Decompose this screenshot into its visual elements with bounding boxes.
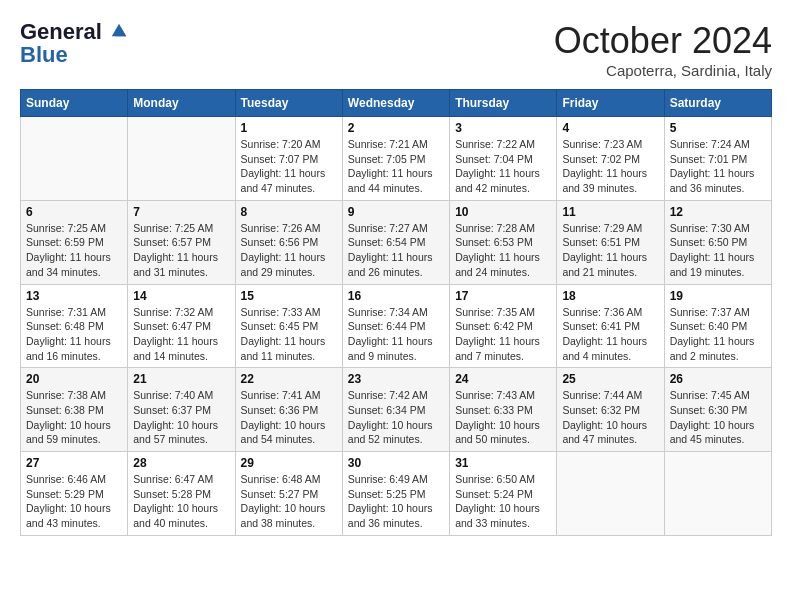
day-number: 15 <box>241 289 337 303</box>
calendar-week-4: 20Sunrise: 7:38 AM Sunset: 6:38 PM Dayli… <box>21 368 772 452</box>
day-number: 28 <box>133 456 229 470</box>
calendar-cell: 30Sunrise: 6:49 AM Sunset: 5:25 PM Dayli… <box>342 452 449 536</box>
day-info: Sunrise: 7:30 AM Sunset: 6:50 PM Dayligh… <box>670 221 766 280</box>
day-info: Sunrise: 7:33 AM Sunset: 6:45 PM Dayligh… <box>241 305 337 364</box>
day-info: Sunrise: 7:34 AM Sunset: 6:44 PM Dayligh… <box>348 305 444 364</box>
day-number: 31 <box>455 456 551 470</box>
calendar-cell: 12Sunrise: 7:30 AM Sunset: 6:50 PM Dayli… <box>664 200 771 284</box>
calendar-cell: 13Sunrise: 7:31 AM Sunset: 6:48 PM Dayli… <box>21 284 128 368</box>
day-info: Sunrise: 7:31 AM Sunset: 6:48 PM Dayligh… <box>26 305 122 364</box>
weekday-header-thursday: Thursday <box>450 90 557 117</box>
calendar-cell: 3Sunrise: 7:22 AM Sunset: 7:04 PM Daylig… <box>450 117 557 201</box>
calendar-cell: 21Sunrise: 7:40 AM Sunset: 6:37 PM Dayli… <box>128 368 235 452</box>
day-info: Sunrise: 7:20 AM Sunset: 7:07 PM Dayligh… <box>241 137 337 196</box>
day-number: 26 <box>670 372 766 386</box>
calendar-cell: 4Sunrise: 7:23 AM Sunset: 7:02 PM Daylig… <box>557 117 664 201</box>
weekday-header-tuesday: Tuesday <box>235 90 342 117</box>
logo-icon <box>110 21 128 39</box>
calendar-cell: 18Sunrise: 7:36 AM Sunset: 6:41 PM Dayli… <box>557 284 664 368</box>
day-info: Sunrise: 7:44 AM Sunset: 6:32 PM Dayligh… <box>562 388 658 447</box>
calendar-cell: 27Sunrise: 6:46 AM Sunset: 5:29 PM Dayli… <box>21 452 128 536</box>
calendar-cell: 7Sunrise: 7:25 AM Sunset: 6:57 PM Daylig… <box>128 200 235 284</box>
calendar-cell: 22Sunrise: 7:41 AM Sunset: 6:36 PM Dayli… <box>235 368 342 452</box>
calendar-cell: 8Sunrise: 7:26 AM Sunset: 6:56 PM Daylig… <box>235 200 342 284</box>
day-number: 13 <box>26 289 122 303</box>
day-info: Sunrise: 6:46 AM Sunset: 5:29 PM Dayligh… <box>26 472 122 531</box>
day-info: Sunrise: 7:29 AM Sunset: 6:51 PM Dayligh… <box>562 221 658 280</box>
day-info: Sunrise: 7:36 AM Sunset: 6:41 PM Dayligh… <box>562 305 658 364</box>
day-info: Sunrise: 7:43 AM Sunset: 6:33 PM Dayligh… <box>455 388 551 447</box>
page-header: General Blue October 2024 Capoterra, Sar… <box>20 20 772 79</box>
day-number: 7 <box>133 205 229 219</box>
day-info: Sunrise: 7:27 AM Sunset: 6:54 PM Dayligh… <box>348 221 444 280</box>
weekday-header-monday: Monday <box>128 90 235 117</box>
calendar-cell: 15Sunrise: 7:33 AM Sunset: 6:45 PM Dayli… <box>235 284 342 368</box>
day-number: 22 <box>241 372 337 386</box>
day-info: Sunrise: 7:35 AM Sunset: 6:42 PM Dayligh… <box>455 305 551 364</box>
day-info: Sunrise: 6:50 AM Sunset: 5:24 PM Dayligh… <box>455 472 551 531</box>
day-info: Sunrise: 7:32 AM Sunset: 6:47 PM Dayligh… <box>133 305 229 364</box>
calendar-week-1: 1Sunrise: 7:20 AM Sunset: 7:07 PM Daylig… <box>21 117 772 201</box>
day-number: 3 <box>455 121 551 135</box>
weekday-header-sunday: Sunday <box>21 90 128 117</box>
calendar-cell: 14Sunrise: 7:32 AM Sunset: 6:47 PM Dayli… <box>128 284 235 368</box>
day-info: Sunrise: 7:45 AM Sunset: 6:30 PM Dayligh… <box>670 388 766 447</box>
title-area: October 2024 Capoterra, Sardinia, Italy <box>554 20 772 79</box>
day-number: 24 <box>455 372 551 386</box>
day-number: 25 <box>562 372 658 386</box>
day-number: 8 <box>241 205 337 219</box>
calendar-cell: 16Sunrise: 7:34 AM Sunset: 6:44 PM Dayli… <box>342 284 449 368</box>
calendar-cell: 1Sunrise: 7:20 AM Sunset: 7:07 PM Daylig… <box>235 117 342 201</box>
day-info: Sunrise: 7:41 AM Sunset: 6:36 PM Dayligh… <box>241 388 337 447</box>
day-info: Sunrise: 7:24 AM Sunset: 7:01 PM Dayligh… <box>670 137 766 196</box>
day-number: 19 <box>670 289 766 303</box>
calendar-cell: 19Sunrise: 7:37 AM Sunset: 6:40 PM Dayli… <box>664 284 771 368</box>
day-info: Sunrise: 7:25 AM Sunset: 6:59 PM Dayligh… <box>26 221 122 280</box>
calendar-table: SundayMondayTuesdayWednesdayThursdayFrid… <box>20 89 772 536</box>
day-number: 16 <box>348 289 444 303</box>
calendar-cell: 11Sunrise: 7:29 AM Sunset: 6:51 PM Dayli… <box>557 200 664 284</box>
weekday-header-saturday: Saturday <box>664 90 771 117</box>
day-number: 10 <box>455 205 551 219</box>
day-number: 5 <box>670 121 766 135</box>
day-info: Sunrise: 6:47 AM Sunset: 5:28 PM Dayligh… <box>133 472 229 531</box>
day-info: Sunrise: 7:42 AM Sunset: 6:34 PM Dayligh… <box>348 388 444 447</box>
day-info: Sunrise: 6:49 AM Sunset: 5:25 PM Dayligh… <box>348 472 444 531</box>
day-number: 21 <box>133 372 229 386</box>
day-number: 30 <box>348 456 444 470</box>
calendar-week-2: 6Sunrise: 7:25 AM Sunset: 6:59 PM Daylig… <box>21 200 772 284</box>
calendar-cell: 24Sunrise: 7:43 AM Sunset: 6:33 PM Dayli… <box>450 368 557 452</box>
day-number: 18 <box>562 289 658 303</box>
day-number: 4 <box>562 121 658 135</box>
calendar-cell: 23Sunrise: 7:42 AM Sunset: 6:34 PM Dayli… <box>342 368 449 452</box>
day-number: 29 <box>241 456 337 470</box>
weekday-header-wednesday: Wednesday <box>342 90 449 117</box>
calendar-cell: 25Sunrise: 7:44 AM Sunset: 6:32 PM Dayli… <box>557 368 664 452</box>
calendar-cell: 28Sunrise: 6:47 AM Sunset: 5:28 PM Dayli… <box>128 452 235 536</box>
logo-text: General <box>20 20 128 44</box>
day-info: Sunrise: 7:22 AM Sunset: 7:04 PM Dayligh… <box>455 137 551 196</box>
day-info: Sunrise: 7:40 AM Sunset: 6:37 PM Dayligh… <box>133 388 229 447</box>
day-number: 17 <box>455 289 551 303</box>
calendar-cell: 10Sunrise: 7:28 AM Sunset: 6:53 PM Dayli… <box>450 200 557 284</box>
location-subtitle: Capoterra, Sardinia, Italy <box>554 62 772 79</box>
day-number: 23 <box>348 372 444 386</box>
calendar-cell: 2Sunrise: 7:21 AM Sunset: 7:05 PM Daylig… <box>342 117 449 201</box>
calendar-cell: 26Sunrise: 7:45 AM Sunset: 6:30 PM Dayli… <box>664 368 771 452</box>
day-info: Sunrise: 7:25 AM Sunset: 6:57 PM Dayligh… <box>133 221 229 280</box>
calendar-cell: 6Sunrise: 7:25 AM Sunset: 6:59 PM Daylig… <box>21 200 128 284</box>
calendar-cell <box>557 452 664 536</box>
day-info: Sunrise: 7:23 AM Sunset: 7:02 PM Dayligh… <box>562 137 658 196</box>
day-number: 14 <box>133 289 229 303</box>
day-info: Sunrise: 7:28 AM Sunset: 6:53 PM Dayligh… <box>455 221 551 280</box>
weekday-header-friday: Friday <box>557 90 664 117</box>
day-number: 2 <box>348 121 444 135</box>
logo-blue: Blue <box>20 42 128 68</box>
day-info: Sunrise: 7:21 AM Sunset: 7:05 PM Dayligh… <box>348 137 444 196</box>
month-title: October 2024 <box>554 20 772 62</box>
calendar-cell: 9Sunrise: 7:27 AM Sunset: 6:54 PM Daylig… <box>342 200 449 284</box>
day-info: Sunrise: 7:38 AM Sunset: 6:38 PM Dayligh… <box>26 388 122 447</box>
calendar-cell <box>128 117 235 201</box>
logo: General Blue <box>20 20 128 68</box>
calendar-cell: 5Sunrise: 7:24 AM Sunset: 7:01 PM Daylig… <box>664 117 771 201</box>
